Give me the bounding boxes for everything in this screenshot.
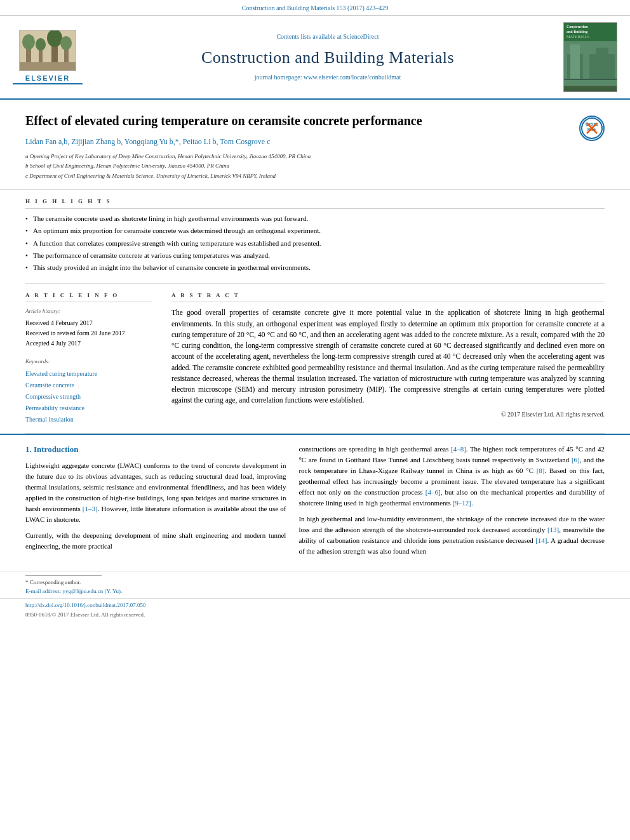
- article-info-col: A R T I C L E I N F O Article history: R…: [25, 291, 152, 425]
- abstract-text: The good overall properties of ceramsite…: [171, 307, 605, 406]
- highlight-item: A function that correlates compressive s…: [25, 239, 605, 248]
- contents-available: Contents lists available at ScienceDirec…: [92, 32, 563, 41]
- body-para1: constructions are spreading in high geot…: [298, 444, 605, 509]
- svg-rect-12: [570, 44, 580, 79]
- ref-4-6[interactable]: [4–6]: [426, 488, 441, 496]
- email-suffix: (Y. Yu).: [105, 588, 123, 594]
- abstract-heading: A B S T R A C T: [171, 291, 605, 303]
- body-para2: In high geothermal and low-humidity envi…: [298, 514, 605, 557]
- svg-rect-9: [20, 62, 76, 71]
- ref-13[interactable]: [13]: [547, 526, 559, 533]
- citation-text: Construction and Building Materials 153 …: [242, 4, 389, 11]
- footer-bar: http://dx.doi.org/10.1016/j.conbuildmat.…: [0, 598, 630, 621]
- svg-rect-14: [596, 48, 608, 79]
- svg-point-2: [22, 34, 35, 50]
- affiliation-b: b School of Civil Engineering, Henan Pol…: [25, 162, 579, 171]
- keyword-item: Thermal insulation: [25, 414, 152, 425]
- main-body: 1. Introduction Lightweight aggregate co…: [0, 435, 630, 571]
- elsevier-logo-area: ELSEVIER: [13, 30, 83, 84]
- highlight-item: The performance of ceramsite concrete at…: [25, 251, 605, 260]
- journal-cover-image: Construction and Building MATERIALS: [563, 22, 617, 92]
- ref-4-8[interactable]: [4–8]: [451, 445, 466, 453]
- footnote-divider: [25, 575, 102, 576]
- highlights-heading: H I G H L I G H T S: [25, 197, 605, 209]
- affiliations: a Opening Project of Key Laboratory of D…: [25, 152, 579, 181]
- elsevier-label: ELSEVIER: [25, 74, 70, 83]
- received-date: Received 4 February 2017: [25, 318, 152, 328]
- affiliation-a: a Opening Project of Key Laboratory of D…: [25, 152, 579, 161]
- svg-rect-13: [583, 51, 589, 79]
- journal-main-title: Construction and Building Materials: [92, 46, 563, 69]
- highlights-list: The ceramsite concrete used as shotcrete…: [25, 214, 605, 273]
- journal-header: ELSEVIER Contents lists available at Sci…: [0, 16, 630, 100]
- ref-8[interactable]: [8]: [537, 467, 545, 474]
- intro-para1: Lightweight aggregate concrete (LWAC) co…: [25, 460, 286, 525]
- abstract-col: A B S T R A C T The good overall propert…: [171, 291, 605, 425]
- email-link[interactable]: yyg@hjpu.edu.cn: [62, 588, 103, 594]
- keyword-item: Elevated curing temperature: [25, 368, 152, 380]
- elsevier-building-image: [19, 30, 76, 71]
- cover-illustration: [564, 41, 617, 91]
- ref-14[interactable]: [14]: [535, 537, 547, 544]
- highlights-section: H I G H L I G H T S The ceramsite concre…: [25, 190, 605, 284]
- keywords-list: Elevated curing temperature Ceramsite co…: [25, 368, 152, 425]
- accepted-date: Accepted 4 July 2017: [25, 338, 152, 349]
- keyword-item: Ceramsite concrete: [25, 380, 152, 391]
- affiliation-c: c Department of Civil Engineering & Mate…: [25, 172, 579, 181]
- highlight-item: An optimum mix proportion for ceramsite …: [25, 226, 605, 236]
- highlight-item: The ceramsite concrete used as shotcrete…: [25, 214, 605, 223]
- issn-line: 0950-0618/© 2017 Elsevier Ltd. All right…: [25, 611, 605, 619]
- copyright-line: © 2017 Elsevier Ltd. All rights reserved…: [171, 410, 605, 419]
- corresponding-author: * Corresponding author.: [25, 578, 605, 587]
- journal-homepage: journal homepage: www.elsevier.com/locat…: [92, 73, 563, 82]
- svg-point-8: [60, 36, 72, 50]
- cover-title: Construction and Building MATERIALS: [564, 23, 617, 41]
- citation-bar: Construction and Building Materials 153 …: [0, 0, 630, 16]
- authors-line: Lidan Fan a,b, Zijijian Zhang b, Yongqia…: [25, 137, 579, 147]
- sciencedirect-link[interactable]: ScienceDirect: [343, 33, 379, 40]
- body-col-right: constructions are spreading in high geot…: [298, 444, 605, 562]
- keywords-label: Keywords:: [25, 357, 152, 366]
- article-info-heading: A R T I C L E I N F O: [25, 291, 152, 303]
- article-title-section: Effect of elevated curing temperature on…: [0, 100, 630, 190]
- email-line: E-mail address: yyg@hjpu.edu.cn (Y. Yu).: [25, 587, 605, 596]
- journal-title-block: Contents lists available at ScienceDirec…: [92, 32, 563, 82]
- crossmark-badge: Cross Mark: [579, 116, 605, 141]
- highlight-item: This study provided an insight into the …: [25, 263, 605, 272]
- ref-9-12[interactable]: [9–12]: [453, 499, 471, 507]
- svg-point-4: [36, 38, 46, 51]
- keyword-item: Permeability resistance: [25, 403, 152, 414]
- intro-heading: 1. Introduction: [25, 444, 286, 455]
- article-history-label: Article history:: [25, 307, 152, 316]
- body-col-left: 1. Introduction Lightweight aggregate co…: [25, 444, 286, 562]
- article-title: Effect of elevated curing temperature on…: [25, 112, 579, 129]
- ref-6[interactable]: [6]: [572, 456, 580, 463]
- intro-para2: Currently, with the deepening developmen…: [25, 530, 286, 552]
- keyword-item: Compressive strength: [25, 391, 152, 403]
- doi-link[interactable]: http://dx.doi.org/10.1016/j.conbuildmat.…: [25, 601, 605, 610]
- article-dates: Received 4 February 2017 Received in rev…: [25, 318, 152, 349]
- revised-date: Received in revised form 20 June 2017: [25, 328, 152, 338]
- ref-1-3[interactable]: [1–3]: [83, 505, 98, 512]
- info-abstract-section: A R T I C L E I N F O Article history: R…: [25, 284, 605, 434]
- footnote-section: * Corresponding author. E-mail address: …: [0, 571, 630, 598]
